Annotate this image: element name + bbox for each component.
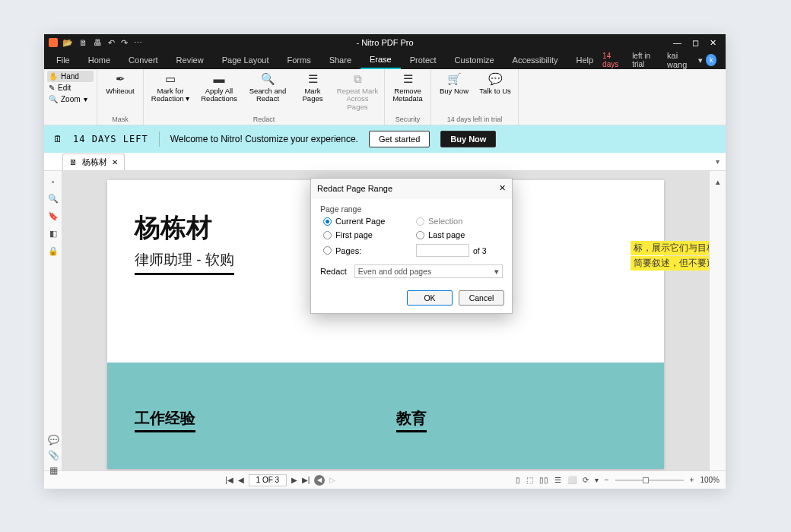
search-redact-icon: 🔍 [261,72,275,86]
zoom-slider[interactable] [615,480,684,481]
group-trial: 14 days left in trial [447,116,503,123]
edu-heading: 教育 [396,408,427,432]
pages-panel-icon[interactable]: ▫ [52,177,55,186]
right-sidebar: ▴ [709,171,726,470]
zoom-in-icon[interactable]: + [690,476,694,484]
document-tab-name: 杨栋材 [82,157,107,168]
talk-to-us-button[interactable]: 💬Talk to Us [477,72,513,116]
pagerange-label: Page range [320,204,503,214]
radio-icon [323,246,332,255]
cancel-button[interactable]: Cancel [459,290,504,306]
zoom-thumb[interactable] [643,477,649,483]
fields-panel-icon[interactable]: ▦ [49,465,58,476]
maximize-button[interactable]: ◻ [692,38,699,48]
menu-file[interactable]: File [47,51,79,69]
undo-icon[interactable]: ↶ [108,38,115,48]
radio-last-page[interactable]: Last page [416,230,503,239]
close-button[interactable]: ✕ [710,38,716,48]
menu-share[interactable]: Share [320,51,361,69]
view-facing-cont-icon[interactable]: ☰ [554,476,561,484]
menu-home[interactable]: Home [79,51,119,69]
dialog-close-icon[interactable]: ✕ [499,183,506,193]
trial-banner: 🗓 14 DAYS LEFT Welcome to Nitro! Customi… [44,125,726,153]
zoom-tool[interactable]: 🔍Zoom▾ [47,93,94,105]
lock-panel-icon[interactable]: 🔒 [48,246,59,256]
banner-days: 14 DAYS LEFT [73,134,148,144]
nav-back-icon[interactable]: ◀ [314,475,325,486]
user-menu[interactable]: kai wang ▾ k [667,51,716,69]
page-navigator: |◀ ◀ ▶ ▶| ◀ ▷ [225,474,335,486]
ribbon-quick-tools: ✋Hand ✎Edit 🔍Zoom▾ [44,69,97,125]
menu-review[interactable]: Review [167,51,213,69]
scroll-up-icon[interactable]: ▴ [716,177,720,187]
radio-icon [416,231,424,239]
whiteout-button[interactable]: ✒Whiteout [102,72,138,116]
mark-pages-button[interactable]: ☰Mark Pages [294,72,331,116]
menu-accessibility[interactable]: Accessibility [504,51,567,69]
edit-tool[interactable]: ✎Edit [47,82,94,93]
hand-tool[interactable]: ✋Hand [47,71,94,82]
window-title: - Nitro PDF Pro [356,38,413,47]
minimize-button[interactable]: — [673,38,681,48]
document-tab[interactable]: 🗎 杨栋材 ✕ [62,154,125,170]
attachments-panel-icon[interactable]: 📎 [48,450,59,461]
radio-first-page[interactable]: First page [323,230,410,239]
remove-metadata-button[interactable]: ☰Remove Metadata [389,72,426,116]
cart-icon: 🛒 [447,72,462,86]
menu-erase[interactable]: Erase [361,51,401,69]
divider [159,131,160,147]
radio-current-page[interactable]: Current Page [323,217,410,226]
radio-icon [323,217,332,226]
group-security: Security [396,116,421,123]
next-page-icon[interactable]: ▶ [291,476,297,484]
apply-redactions-button[interactable]: ▬Apply All Redactions [197,72,241,116]
menu-forms[interactable]: Forms [278,51,319,69]
tabs-expand[interactable]: ▾ [710,157,726,166]
open-icon[interactable]: 📂 [62,38,73,48]
redact-select[interactable]: Even and odd pages▾ [354,264,503,278]
resume-subtitle: 律师助理 - 软购 [135,250,234,275]
prev-page-icon[interactable]: ◀ [238,476,244,484]
of-total: of 3 [473,246,487,255]
redact-dialog: Redact Page Range ✕ Page range Current P… [310,178,513,314]
menu-pagelayout[interactable]: Page Layout [213,51,278,69]
comments-panel-icon[interactable]: 💬 [48,435,59,445]
view-fullwidth-icon[interactable]: ⬜ [567,476,577,484]
buy-now-banner-button[interactable]: Buy Now [440,131,496,147]
print-icon[interactable]: 🖶 [94,38,102,47]
save-icon[interactable]: 🗎 [79,38,87,47]
tab-close-icon[interactable]: ✕ [112,158,118,166]
search-redact-button[interactable]: 🔍Search and Redact [246,72,290,116]
mark-redaction-icon: ▭ [165,72,176,86]
view-facing-icon[interactable]: ▯▯ [539,476,548,484]
last-page-icon[interactable]: ▶| [302,476,310,484]
ok-button[interactable]: OK [407,290,453,306]
radio-pages[interactable]: Pages: [323,244,410,257]
remove-metadata-icon: ☰ [403,72,413,86]
search-panel-icon[interactable]: 🔍 [48,194,59,204]
nav-fwd-icon[interactable]: ▷ [329,476,335,484]
zoom-out-icon[interactable]: − [605,476,609,484]
buy-now-button[interactable]: 🛒Buy Now [436,72,472,116]
user-name: kai wang [667,51,695,69]
chat-icon: 💬 [488,72,503,86]
menu-convert[interactable]: Convert [119,51,167,69]
view-continuous-icon[interactable]: ⬚ [526,476,533,484]
pages-input[interactable] [416,244,469,257]
redo-icon[interactable]: ↷ [121,38,128,48]
page-input[interactable] [249,474,287,486]
mark-redaction-button[interactable]: ▭Mark for Redaction ▾ [148,72,192,116]
bookmarks-panel-icon[interactable]: 🔖 [48,211,59,221]
first-page-icon[interactable]: |◀ [225,476,233,484]
layers-panel-icon[interactable]: ◧ [49,229,57,239]
trial-days: 14 days [602,52,626,68]
view-more-icon[interactable]: ▾ [595,476,599,484]
qat-more-icon[interactable]: ⋯ [134,38,142,48]
doc-icon: 🗎 [69,157,78,166]
view-single-icon[interactable]: ▯ [516,476,520,484]
menu-protect[interactable]: Protect [401,51,446,69]
menu-customize[interactable]: Customize [446,51,504,69]
view-rotate-icon[interactable]: ⟳ [583,476,589,484]
get-started-button[interactable]: Get started [369,131,430,147]
menu-help[interactable]: Help [567,51,602,69]
